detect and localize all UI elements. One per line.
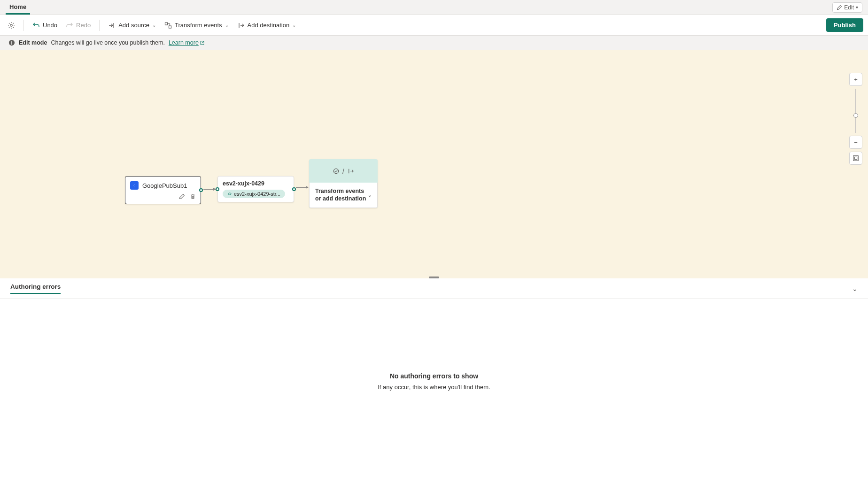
transform-icon	[164, 22, 172, 29]
panel-resize-handle[interactable]	[429, 277, 439, 278]
canvas[interactable]: ⁘ GooglePubSub1 esv2-xujx-0429 esv2-xujx…	[0, 50, 868, 278]
zoom-slider[interactable]	[855, 89, 856, 133]
empty-state-body: If any occur, this is where you'll find …	[378, 384, 490, 391]
panel-tab-errors[interactable]: Authoring errors	[10, 283, 61, 294]
svg-rect-7	[854, 157, 857, 159]
external-link-icon	[200, 40, 205, 46]
transform-label: Transform events	[175, 22, 222, 29]
chevron-down-icon: ⌄	[152, 23, 156, 28]
learn-more-link[interactable]: Learn more	[169, 39, 205, 46]
edit-toggle-label: Edit	[844, 4, 854, 11]
google-pubsub-icon: ⁘	[130, 181, 139, 190]
zoom-fit-button[interactable]	[849, 152, 862, 165]
svg-point-0	[10, 24, 12, 26]
edit-mode-label: Edit mode	[19, 39, 47, 46]
node-destination-placeholder[interactable]: / Transform events or add destination ⌄	[309, 159, 378, 208]
divider	[99, 20, 100, 31]
add-destination-label: Add destination	[248, 22, 290, 29]
empty-state-title: No authoring errors to show	[390, 372, 478, 380]
trash-icon[interactable]	[190, 193, 196, 200]
authoring-errors-panel: Authoring errors ⌄ No authoring errors t…	[0, 278, 868, 463]
destination-icon	[347, 168, 354, 175]
svg-rect-6	[853, 156, 859, 161]
zoom-out-button[interactable]: −	[849, 136, 862, 149]
gear-icon	[8, 22, 15, 29]
pencil-icon[interactable]	[179, 193, 185, 200]
undo-icon	[32, 22, 40, 29]
add-destination-button[interactable]: Add destination ⌄	[234, 19, 299, 32]
chevron-down-icon[interactable]: ⌄	[368, 192, 372, 198]
link-icon	[227, 192, 232, 196]
redo-button: Redo	[63, 19, 93, 32]
zoom-controls: + −	[849, 73, 862, 165]
dest-placeholder-label: Transform events or add destination	[315, 187, 368, 203]
fit-icon	[852, 155, 859, 161]
settings-button[interactable]	[5, 19, 18, 32]
add-destination-icon	[237, 22, 245, 29]
svg-point-5	[333, 169, 338, 173]
chip-label: esv2-xujx-0429-str...	[234, 191, 280, 197]
connection-arrow	[203, 189, 216, 190]
slash: /	[342, 168, 344, 175]
add-source-icon	[108, 22, 116, 29]
toolbar: Undo Redo Add source ⌄ Transform events …	[0, 15, 868, 36]
node-source-title: GooglePubSub1	[142, 182, 187, 189]
app-top-bar: Home Edit ▾	[0, 0, 868, 15]
info-message: Changes will go live once you publish th…	[51, 39, 165, 46]
transform-events-button[interactable]: Transform events ⌄	[162, 19, 232, 32]
info-bar: i Edit mode Changes will go live once yo…	[0, 36, 868, 50]
redo-label: Redo	[76, 22, 91, 29]
node-stream[interactable]: esv2-xujx-0429 esv2-xujx-0429-str...	[217, 176, 294, 202]
redo-icon	[66, 22, 73, 29]
output-port[interactable]	[292, 187, 296, 191]
chevron-down-icon: ⌄	[225, 23, 229, 28]
stream-chip[interactable]: esv2-xujx-0429-str...	[223, 190, 285, 198]
input-port[interactable]	[216, 187, 219, 191]
zoom-thumb[interactable]	[853, 113, 858, 118]
output-port[interactable]	[199, 188, 203, 192]
info-icon: i	[8, 39, 15, 46]
pencil-icon	[837, 5, 842, 10]
svg-rect-1	[165, 23, 167, 25]
add-source-label: Add source	[118, 22, 149, 29]
edit-mode-toggle[interactable]: Edit ▾	[832, 2, 862, 13]
connection-arrow	[296, 187, 308, 188]
node-stream-title: esv2-xujx-0429	[223, 180, 289, 187]
transform-icon	[333, 168, 340, 175]
tab-home[interactable]: Home	[6, 0, 30, 15]
publish-button[interactable]: Publish	[826, 18, 863, 32]
chevron-down-icon[interactable]: ⌄	[852, 285, 858, 292]
learn-more-label: Learn more	[169, 39, 199, 46]
undo-button[interactable]: Undo	[30, 19, 60, 32]
node-source[interactable]: ⁘ GooglePubSub1	[125, 176, 201, 204]
chevron-down-icon: ⌄	[292, 23, 296, 28]
divider	[23, 20, 24, 31]
add-source-button[interactable]: Add source ⌄	[105, 19, 159, 32]
chevron-down-icon: ▾	[856, 5, 858, 10]
svg-text:i: i	[11, 41, 12, 46]
undo-label: Undo	[43, 22, 57, 29]
svg-rect-2	[169, 26, 171, 28]
zoom-in-button[interactable]: +	[849, 73, 862, 86]
